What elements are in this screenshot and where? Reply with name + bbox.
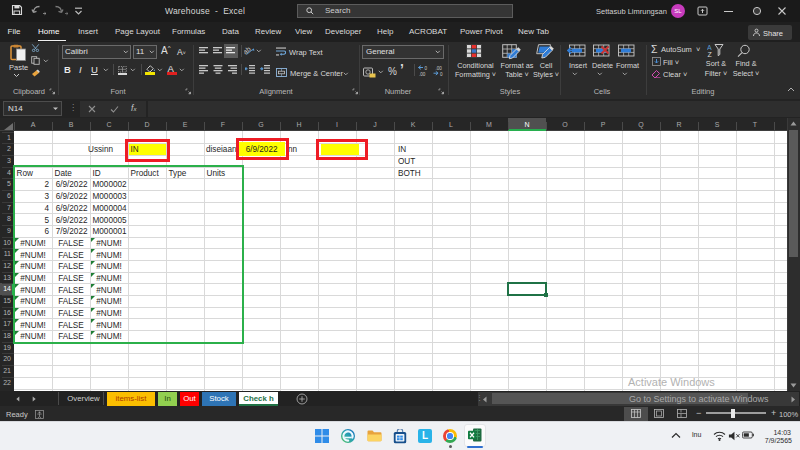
- svg-text:A: A: [707, 44, 712, 51]
- svg-text:Z: Z: [708, 51, 713, 58]
- svg-text:0: 0: [425, 65, 428, 70]
- svg-text:.00: .00: [419, 71, 426, 76]
- svg-text:0: 0: [440, 71, 443, 76]
- svg-text:.00: .00: [436, 65, 443, 70]
